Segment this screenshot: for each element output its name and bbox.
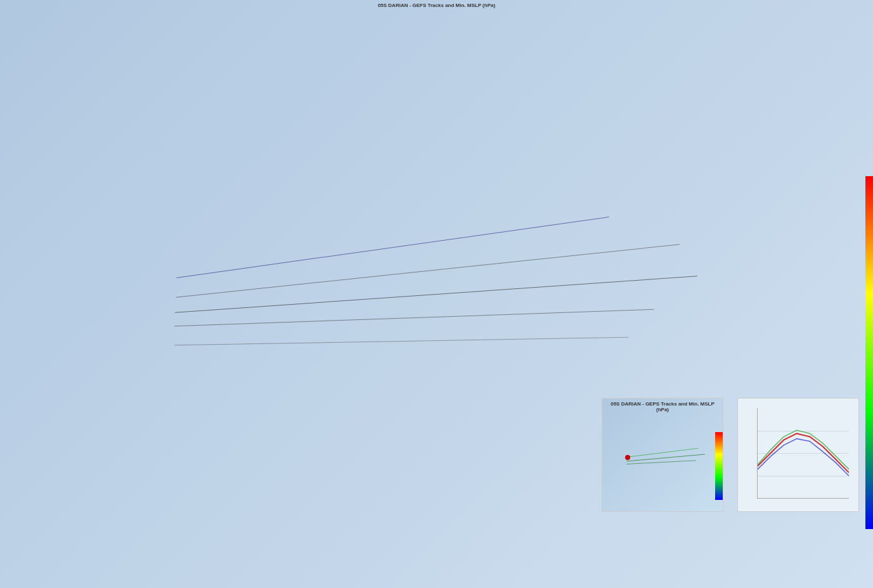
intensity-guidance-image[interactable] xyxy=(737,398,859,512)
intensity-grid xyxy=(757,408,849,499)
geps-bg xyxy=(602,399,723,511)
geps-color-bar xyxy=(715,432,723,500)
geps-caption-text: 05S DARIAN - GEPS Tracks and Min. MSLP (… xyxy=(611,401,715,412)
model-column: Model Forecasts (list of model acronyms)… xyxy=(602,227,868,537)
gfs-ensembles-image[interactable]: 05S DARIAN - GEFS Tracks and Min. MSLP (… xyxy=(737,255,859,369)
model-grid: Global + Hurricane Models 05S DARIAN - M… xyxy=(602,243,868,537)
gfs-ensembles-item: GFS Ensembles 05S DARIAN - GEFS Tracks a… xyxy=(737,243,868,381)
geps-ensembles-image[interactable]: 05S DARIAN - GEPS Tracks and Min. MSLP (… xyxy=(602,398,723,512)
gfs-model-bg xyxy=(737,255,859,369)
geps-caption: 05S DARIAN - GEPS Tracks and Min. MSLP (… xyxy=(605,401,720,412)
page-wrapper: Tropical Cyclone DARIAN As of 06:00 UTC … xyxy=(0,0,873,542)
bottom-section: Official Forecast (click to enlarge): JT… xyxy=(5,227,868,537)
